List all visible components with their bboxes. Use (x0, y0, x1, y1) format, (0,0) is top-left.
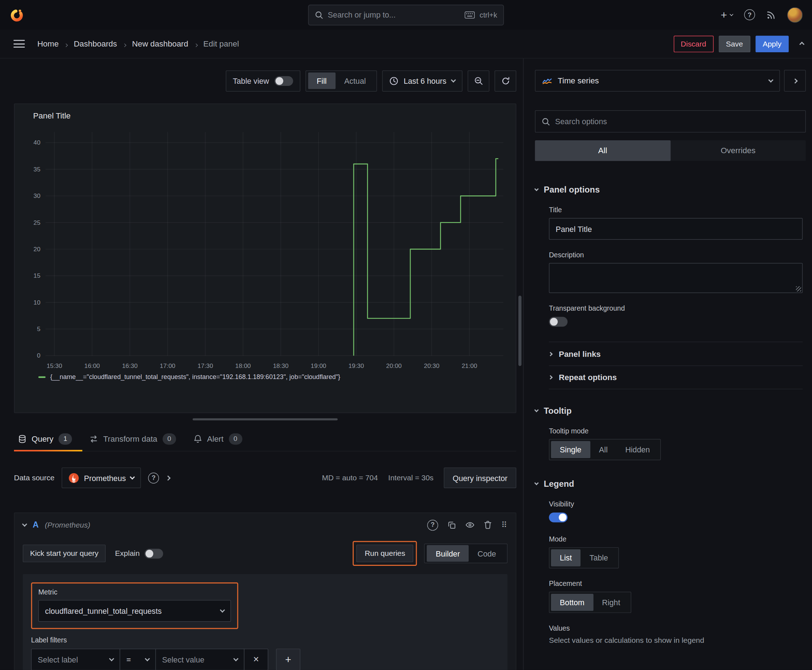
transparent-background-toggle[interactable] (549, 317, 568, 327)
database-icon (18, 435, 27, 443)
global-search[interactable]: ctrl+k (308, 4, 504, 25)
chevron-down-icon (730, 12, 733, 16)
duplicate-query-button[interactable] (448, 521, 456, 529)
query-help-button[interactable]: ? (427, 519, 438, 530)
help-button[interactable]: ? (744, 9, 755, 20)
tooltip-header[interactable]: Tooltip (535, 406, 805, 416)
legend-visibility-toggle[interactable] (549, 513, 568, 522)
datasource-picker[interactable]: Prometheus (61, 467, 141, 488)
chevron-down-icon (534, 481, 539, 485)
vertical-scrollbar[interactable] (519, 296, 522, 366)
panel-title-input[interactable] (549, 218, 803, 240)
metric-select[interactable]: cloudflared_tunnel_total_requests (38, 600, 231, 622)
select-value-dropdown[interactable]: Select value (155, 648, 244, 670)
query-inspector-button[interactable]: Query inspector (444, 467, 516, 488)
description-textarea[interactable] (549, 263, 803, 293)
run-queries-button[interactable]: Run queries (357, 545, 414, 562)
metric-highlight: Metric cloudflared_tunnel_total_requests (31, 582, 239, 629)
values-description: Select values or calculations to show in… (549, 636, 803, 645)
legend-header[interactable]: Legend (535, 479, 805, 489)
explain-toggle[interactable] (144, 548, 163, 558)
grafana-edit-panel-page: ctrl+k + ? Home Dash (0, 0, 812, 670)
news-button[interactable] (766, 10, 776, 19)
mega-menu-toggle[interactable] (14, 40, 25, 47)
tooltip-mode-hidden[interactable]: Hidden (617, 441, 659, 458)
bell-icon (194, 435, 202, 443)
breadcrumb: Home Dashboards New dashboard Edit panel (37, 39, 239, 48)
svg-text:0: 0 (37, 352, 41, 359)
tab-transform-label: Transform data (103, 434, 157, 443)
apply-button[interactable]: Apply (755, 36, 789, 52)
query-row-header[interactable]: A (Prometheus) ? (15, 513, 516, 537)
label-filters: Label filters Select label = (31, 636, 500, 670)
panel-options-body: Title Description Transparent background… (535, 206, 805, 389)
kick-start-button[interactable]: Kick start your query (23, 545, 106, 562)
breadcrumb-home[interactable]: Home (37, 39, 59, 48)
legend-mode-table[interactable]: Table (581, 549, 617, 567)
user-avatar[interactable] (787, 7, 803, 22)
drag-handle-icon[interactable]: ⠿ (501, 520, 507, 530)
refresh-button[interactable] (495, 70, 516, 91)
tab-all[interactable]: All (535, 140, 670, 161)
table-view-toggle[interactable] (274, 76, 293, 86)
query-row-actions: ? (427, 519, 507, 530)
panel-resize-handle[interactable] (193, 418, 337, 421)
query-options-summary: MD = auto = 704 Interval = 30s Query ins… (322, 467, 516, 488)
panel-options-header[interactable]: Panel options (535, 185, 805, 195)
builder-option[interactable]: Builder (427, 545, 469, 562)
copy-icon (448, 521, 456, 529)
tab-overrides[interactable]: Overrides (670, 140, 805, 161)
datasource-help-button[interactable]: ? (148, 472, 159, 483)
actual-option[interactable]: Actual (336, 73, 375, 89)
fill-option[interactable]: Fill (308, 73, 336, 89)
placement-right[interactable]: Right (593, 594, 629, 611)
grafana-logo[interactable] (9, 7, 24, 22)
question-icon: ? (427, 519, 438, 530)
breadcrumb-new-dashboard[interactable]: New dashboard (132, 39, 188, 48)
panel-preview: Panel Title 051015202530354015:3016:0016… (14, 103, 516, 413)
tab-query[interactable]: Query 1 (14, 426, 82, 451)
remove-filter-button[interactable]: × (244, 648, 268, 670)
time-range-picker[interactable]: Last 6 hours (382, 70, 463, 91)
select-label-dropdown[interactable]: Select label (31, 648, 120, 670)
chevron-down-icon (768, 77, 773, 82)
datasource-label: Data source (14, 474, 54, 482)
new-menu-button[interactable]: + (721, 8, 733, 21)
collapse-header-button[interactable] (800, 40, 804, 47)
tooltip-mode-all[interactable]: All (590, 441, 616, 458)
search-icon (315, 11, 323, 19)
discard-button[interactable]: Discard (673, 36, 714, 52)
toggle-visibility-button[interactable] (465, 522, 475, 528)
search-input[interactable] (328, 10, 460, 19)
add-filter-button[interactable]: + (276, 648, 300, 670)
search-shortcut-hint: ctrl+k (480, 11, 497, 19)
breadcrumb-dashboards[interactable]: Dashboards (74, 39, 117, 48)
operator-dropdown[interactable]: = (120, 648, 156, 670)
description-label: Description (549, 251, 803, 259)
code-option[interactable]: Code (469, 545, 505, 562)
timeseries-chart[interactable]: 051015202530354015:3016:0016:3017:0017:3… (22, 125, 508, 372)
select-value-placeholder: Select value (162, 655, 204, 664)
breadcrumb-bar: Home Dashboards New dashboard Edit panel… (0, 29, 812, 58)
expand-options-button[interactable] (166, 476, 170, 480)
delete-query-button[interactable] (484, 521, 491, 529)
tooltip-mode-single[interactable]: Single (551, 441, 590, 458)
save-button[interactable]: Save (719, 36, 750, 52)
legend-mode-list[interactable]: List (551, 549, 581, 567)
search-options-box[interactable] (535, 110, 805, 132)
chart-legend[interactable]: {__name__="cloudflared_tunnel_total_requ… (22, 373, 509, 381)
zoom-out-button[interactable] (468, 70, 490, 91)
panel-links-row[interactable]: Panel links (549, 342, 803, 366)
placement-bottom[interactable]: Bottom (551, 594, 593, 611)
metric-value: cloudflared_tunnel_total_requests (45, 606, 162, 615)
tab-alert[interactable]: Alert 0 (190, 426, 253, 451)
search-options-input[interactable] (555, 117, 799, 126)
tab-transform-data[interactable]: Transform data 0 (86, 426, 186, 451)
visualization-picker[interactable]: Time series (535, 70, 780, 91)
label-filters-label: Label filters (31, 636, 500, 644)
collapse-options-button[interactable] (784, 70, 806, 91)
max-data-points: MD = auto = 704 (322, 474, 378, 482)
panel-options-title: Panel options (544, 185, 600, 195)
svg-text:19:30: 19:30 (348, 362, 364, 369)
repeat-options-row[interactable]: Repeat options (549, 365, 803, 389)
